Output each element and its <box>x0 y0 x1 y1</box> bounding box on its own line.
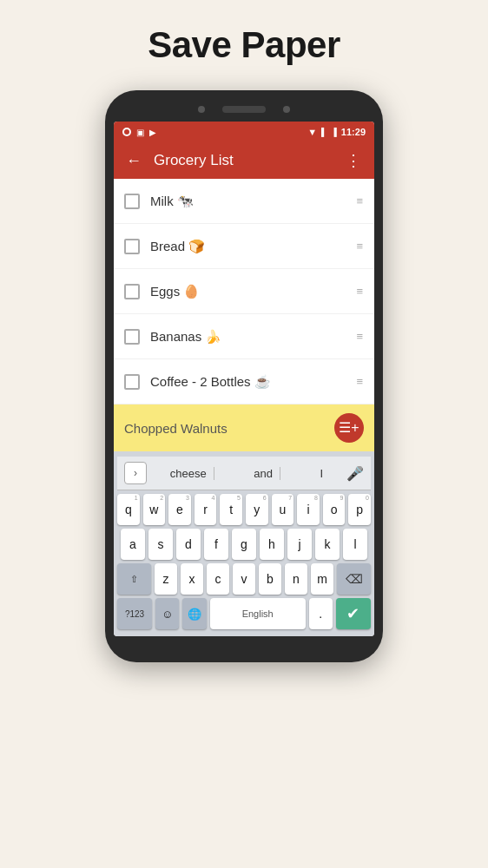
key-l[interactable]: l <box>343 529 367 560</box>
phone-frame: ▣ ▶ ▼ ▌ ▐ 11:29 ← Grocery List ⋮ Milk 🐄 … <box>105 90 383 662</box>
new-item-input[interactable] <box>124 421 334 436</box>
key-c[interactable]: c <box>207 563 229 595</box>
item-text-5: Coffee - 2 Bottles ☕ <box>150 374 356 390</box>
drag-handle-4: ≡ <box>356 331 364 342</box>
keyboard-row-2: a s d f g h j k l <box>117 529 371 560</box>
key-b[interactable]: b <box>259 563 281 595</box>
keyboard-row-4: ?123 ☺ 🌐 English . ✔ <box>117 598 371 629</box>
drag-handle-5: ≡ <box>356 376 364 387</box>
keyboard: › cheese and I 🎤 1q 2w 3e 4r 5t 6y 7u 8i… <box>114 451 374 636</box>
list-item: Milk 🐄 ≡ <box>114 179 374 224</box>
item-text-4: Bananas 🍌 <box>150 329 356 345</box>
list-item: Bananas 🍌 ≡ <box>114 314 374 359</box>
more-options-button[interactable]: ⋮ <box>346 151 362 170</box>
suggestion-3[interactable]: I <box>313 467 331 480</box>
status-bar: ▣ ▶ ▼ ▌ ▐ 11:29 <box>114 122 374 142</box>
key-d[interactable]: d <box>176 529 201 560</box>
key-o[interactable]: 9o <box>323 494 346 525</box>
item-text-1: Milk 🐄 <box>150 194 356 209</box>
drag-handle-1: ≡ <box>356 195 364 207</box>
key-e[interactable]: 3e <box>168 494 191 525</box>
keyboard-row-1: 1q 2w 3e 4r 5t 6y 7u 8i 9o 0p <box>117 494 371 525</box>
front-sensor <box>283 106 290 113</box>
status-time: 11:29 <box>341 127 366 137</box>
list-item: Coffee - 2 Bottles ☕ ≡ <box>114 359 374 404</box>
key-x[interactable]: x <box>181 563 203 595</box>
speaker-grill <box>222 106 266 113</box>
enter-key[interactable]: ✔ <box>336 598 371 629</box>
app-bar-title: Grocery List <box>154 152 333 169</box>
item-checkbox-4[interactable] <box>124 329 140 345</box>
shift-key[interactable]: ⇧ <box>117 563 151 595</box>
item-text-2: Bread 🍞 <box>150 239 356 254</box>
keyboard-suggestions-bar: › cheese and I 🎤 <box>117 457 371 490</box>
play-icon: ▶ <box>149 128 156 137</box>
suggestions-list: cheese and I <box>147 467 346 480</box>
key-s[interactable]: s <box>148 529 173 560</box>
key-u[interactable]: 7u <box>272 494 294 525</box>
period-key[interactable]: . <box>309 598 333 629</box>
phone-top-bar <box>114 101 374 122</box>
key-t[interactable]: 5t <box>220 494 242 525</box>
app-bar: ← Grocery List ⋮ <box>114 142 374 179</box>
mic-icon[interactable]: 🎤 <box>346 465 364 482</box>
key-y[interactable]: 6y <box>246 494 268 525</box>
wifi-icon: ▼ <box>307 127 317 137</box>
list-item: Eggs 🥚 ≡ <box>114 269 374 314</box>
key-n[interactable]: n <box>285 563 307 595</box>
key-v[interactable]: v <box>233 563 255 595</box>
page-title: Save Paper <box>148 24 340 66</box>
key-z[interactable]: z <box>155 563 177 595</box>
keyboard-row-3: ⇧ z x c v b n m ⌫ <box>117 563 371 595</box>
symbols-key[interactable]: ?123 <box>117 598 152 629</box>
key-f[interactable]: f <box>204 529 228 560</box>
battery-icon: ▐ <box>331 128 336 136</box>
phone-bottom <box>114 636 374 647</box>
status-right: ▼ ▌ ▐ 11:29 <box>307 127 366 137</box>
item-checkbox-5[interactable] <box>124 374 140 390</box>
suggestion-2[interactable]: and <box>247 467 280 480</box>
camera-dot <box>198 106 205 113</box>
item-checkbox-3[interactable] <box>124 284 140 299</box>
new-item-input-row: ☰+ <box>114 404 374 451</box>
drag-handle-3: ≡ <box>356 286 364 297</box>
key-i[interactable]: 8i <box>297 494 320 525</box>
drag-handle-2: ≡ <box>356 240 364 252</box>
signal-bars-icon: ▌ <box>321 128 326 136</box>
expand-suggestions-button[interactable]: › <box>124 462 147 484</box>
screen: ▣ ▶ ▼ ▌ ▐ 11:29 ← Grocery List ⋮ Milk 🐄 … <box>114 122 374 636</box>
key-r[interactable]: 4r <box>195 494 217 525</box>
key-j[interactable]: j <box>287 529 312 560</box>
key-g[interactable]: g <box>232 529 256 560</box>
key-w[interactable]: 2w <box>143 494 166 525</box>
signal-icon <box>122 128 131 136</box>
item-text-3: Eggs 🥚 <box>150 284 356 299</box>
emoji-key[interactable]: ☺ <box>155 598 179 629</box>
add-item-button[interactable]: ☰+ <box>334 413 364 443</box>
key-h[interactable]: h <box>260 529 284 560</box>
status-left-icons: ▣ ▶ <box>122 128 156 137</box>
delete-key[interactable]: ⌫ <box>337 563 371 595</box>
key-q[interactable]: 1q <box>117 494 140 525</box>
key-k[interactable]: k <box>315 529 340 560</box>
key-m[interactable]: m <box>311 563 333 595</box>
item-checkbox-2[interactable] <box>124 239 140 254</box>
suggestion-1[interactable]: cheese <box>163 467 214 480</box>
battery-small-icon: ▣ <box>136 128 144 137</box>
key-a[interactable]: a <box>121 529 145 560</box>
space-key[interactable]: English <box>210 598 306 629</box>
back-button[interactable]: ← <box>126 152 142 170</box>
item-checkbox-1[interactable] <box>124 194 140 209</box>
globe-key[interactable]: 🌐 <box>182 598 206 629</box>
grocery-list: Milk 🐄 ≡ Bread 🍞 ≡ Eggs 🥚 ≡ Bananas 🍌 ≡ <box>114 179 374 404</box>
key-p[interactable]: 0p <box>348 494 371 525</box>
add-icon: ☰+ <box>339 421 359 435</box>
list-item: Bread 🍞 ≡ <box>114 224 374 269</box>
